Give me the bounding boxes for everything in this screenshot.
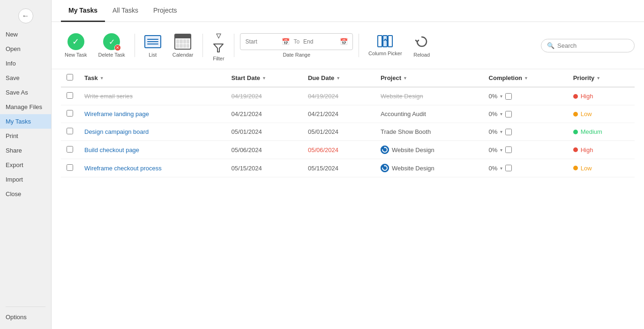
row-due-date-cell: 05/06/2024	[302, 141, 375, 159]
sidebar-item-my-tasks[interactable]: My Tasks	[0, 114, 51, 129]
completion-percent: 0%	[489, 128, 498, 135]
column-picker-icon	[377, 35, 394, 49]
reload-button[interactable]: Reload	[410, 31, 434, 59]
filter-button[interactable]: ▿ Filter	[209, 28, 228, 63]
project-name: Accounting Audit	[381, 110, 426, 117]
row-checkbox[interactable]	[67, 164, 73, 171]
project-sort-icon: ▼	[403, 76, 407, 80]
sidebar-item-new[interactable]: New	[0, 27, 51, 42]
row-completion-cell: 0%▾	[483, 123, 568, 141]
new-task-label: New Task	[65, 52, 87, 58]
tab-projects[interactable]: Projects	[146, 0, 185, 22]
sidebar-item-close[interactable]: Close	[0, 187, 51, 201]
start-date-value: 05/01/2024	[232, 128, 262, 135]
row-checkbox[interactable]	[67, 128, 73, 134]
task-link[interactable]: Wireframe landing page	[84, 110, 149, 117]
sidebar-item-print[interactable]: Print	[0, 129, 51, 143]
new-task-button[interactable]: ✓ New Task	[61, 31, 90, 59]
header-priority[interactable]: Priority ▼	[568, 69, 635, 87]
completion-dropdown-icon[interactable]: ▾	[500, 147, 502, 153]
tabs-bar: My Tasks All Tasks Projects	[52, 0, 644, 22]
header-start-date[interactable]: Start Date ▼	[226, 69, 302, 87]
sidebar-item-info[interactable]: Info	[0, 56, 51, 71]
new-task-icon: ✓	[67, 33, 84, 50]
completion-checkbox[interactable]	[505, 129, 512, 135]
row-priority-cell: Low	[568, 105, 635, 123]
task-link[interactable]: Build checkout page	[84, 146, 139, 154]
due-date-value: 05/06/2024	[308, 146, 338, 154]
row-completion-cell: 0%▾	[483, 159, 568, 177]
date-range-label: Date Range	[283, 52, 310, 58]
priority-text: Low	[581, 110, 592, 117]
table-header-row: Task ▼ Start Date ▼ Due	[61, 69, 635, 87]
row-checkbox[interactable]	[67, 92, 73, 99]
completion-dropdown-icon[interactable]: ▾	[500, 94, 502, 99]
back-button[interactable]: ←	[18, 8, 33, 23]
due-date-value: 05/01/2024	[308, 128, 338, 135]
toolbar-separator-4	[359, 34, 359, 57]
sidebar-item-import[interactable]: Import	[0, 172, 51, 187]
toolbar: ✓ New Task ✓ ✕ Delete Task	[52, 22, 644, 69]
list-view-button[interactable]: List	[141, 31, 165, 59]
priority-dot	[573, 166, 578, 170]
priority-text: High	[581, 146, 593, 154]
sidebar-item-save[interactable]: Save	[0, 71, 51, 85]
tab-all-tasks[interactable]: All Tasks	[105, 0, 146, 22]
column-picker-button[interactable]: Column Picker	[365, 33, 406, 58]
row-start-date-cell: 05/06/2024	[226, 141, 302, 159]
priority-dot	[573, 112, 578, 117]
completion-dropdown-icon[interactable]: ▾	[500, 166, 502, 171]
delete-task-button[interactable]: ✓ ✕ Delete Task	[94, 31, 128, 59]
header-project[interactable]: Project ▼	[375, 69, 483, 87]
date-range-input[interactable]: 📅 To 📅	[240, 33, 353, 50]
row-project-cell: Accounting Audit	[375, 105, 483, 123]
header-task[interactable]: Task ▼	[79, 69, 226, 87]
row-priority-cell: High	[568, 87, 635, 105]
search-container: 🔍	[541, 39, 635, 52]
tab-my-tasks[interactable]: My Tasks	[61, 0, 105, 22]
select-all-checkbox[interactable]	[67, 74, 73, 80]
completion-checkbox[interactable]	[505, 93, 512, 100]
row-project-cell: Website Design	[375, 159, 483, 177]
completion-dropdown-icon[interactable]: ▾	[500, 111, 502, 117]
sidebar-item-save-as[interactable]: Save As	[0, 85, 51, 100]
row-task-cell: Wireframe checkout process	[79, 159, 226, 177]
priority-dot	[573, 147, 578, 152]
row-checkbox[interactable]	[67, 146, 73, 153]
row-checkbox[interactable]	[67, 110, 73, 117]
completion-percent: 0%	[489, 93, 498, 100]
header-due-date[interactable]: Due Date ▼	[302, 69, 375, 87]
sidebar-item-manage-files[interactable]: Manage Files	[0, 100, 51, 114]
search-input[interactable]	[557, 42, 628, 49]
task-sort-icon: ▼	[100, 76, 104, 80]
completion-checkbox[interactable]	[505, 111, 512, 117]
project-name: Website Design	[392, 146, 434, 154]
table-row: Build checkout page05/06/202405/06/2024W…	[61, 141, 635, 159]
completion-checkbox[interactable]	[505, 165, 512, 171]
sidebar-item-export[interactable]: Export	[0, 158, 51, 172]
svg-rect-2	[383, 36, 387, 47]
row-completion-cell: 0%▾	[483, 105, 568, 123]
toolbar-separator-3	[234, 34, 234, 57]
delete-task-label: Delete Task	[98, 52, 125, 58]
task-link[interactable]: Design campaign board	[84, 128, 149, 135]
calendar-view-button[interactable]: Calendar	[169, 31, 197, 59]
header-completion[interactable]: Completion ▼	[483, 69, 568, 87]
date-range-section: 📅 To 📅 Date Range	[240, 33, 353, 58]
sidebar-item-share[interactable]: Share	[0, 143, 51, 158]
date-start-input[interactable]	[245, 38, 278, 45]
completion-checkbox[interactable]	[505, 146, 512, 153]
project-name: Trade Show Booth	[381, 128, 431, 135]
priority-text: High	[581, 93, 593, 100]
row-checkbox-cell	[61, 87, 79, 105]
sidebar-item-open[interactable]: Open	[0, 42, 51, 56]
delete-task-icon: ✓ ✕	[103, 33, 120, 50]
task-link[interactable]: Wireframe checkout process	[84, 165, 162, 172]
start-date-value: 05/15/2024	[232, 165, 262, 172]
row-due-date-cell: 04/19/2024	[302, 87, 375, 105]
date-end-input[interactable]	[303, 38, 336, 45]
calendar-icon	[174, 33, 191, 50]
row-task-cell: Build checkout page	[79, 141, 226, 159]
sidebar-item-options[interactable]: Options	[0, 310, 51, 324]
completion-dropdown-icon[interactable]: ▾	[500, 129, 502, 134]
